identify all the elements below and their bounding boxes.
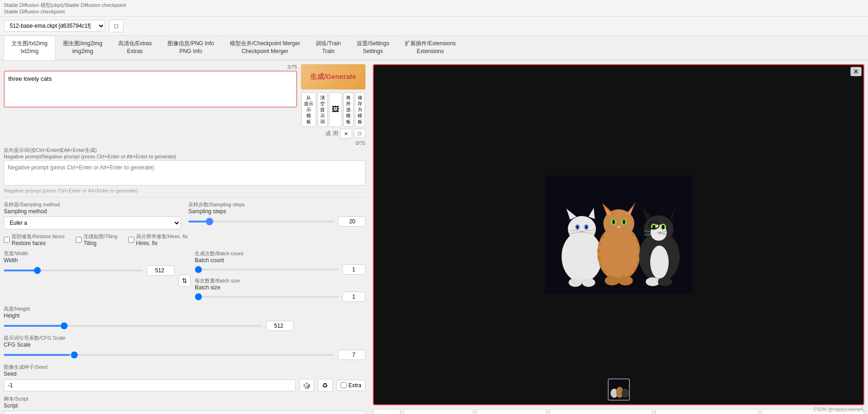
generate-button[interactable]: 生成/Generate xyxy=(301,64,365,90)
seed-input[interactable] xyxy=(4,379,296,391)
clear-prompt-label: 清空提示词 xyxy=(320,95,325,124)
batch-count-input[interactable] xyxy=(342,264,365,275)
height-input[interactable] xyxy=(266,321,293,331)
close-output-button[interactable]: ✕ xyxy=(850,67,862,76)
tabs-row: 文生图/txt2img txt2img 图生图/img2img img2img … xyxy=(0,36,868,60)
height-batch-section: 生成次数/Batch count Batch count 每次数量/Batch … xyxy=(195,250,365,302)
batch-count-slider-row xyxy=(195,264,365,275)
folder-button[interactable]: 📁 xyxy=(373,409,401,414)
svg-point-43 xyxy=(661,225,664,229)
cfg-label-cn: 提示词引导系数/CFG Scale xyxy=(4,335,365,342)
clear-prompt-button[interactable]: 清空提示词 xyxy=(317,92,328,127)
tab-pnginfo[interactable]: 图像信息/PNG Info PNG Info xyxy=(160,36,222,60)
styles-button[interactable]: 🖼 xyxy=(329,92,342,127)
seed-label-cn: 图像生成种子/Seed xyxy=(4,364,365,371)
sampling-method-select[interactable]: Euler a xyxy=(4,216,181,229)
top-bar: Stable Diffusion 模型(ckpt)/Stable Diffusi… xyxy=(0,0,868,17)
negative-label-cn: 反向提示词(按Ctrl+Enter或Alt+Enter生成) xyxy=(4,147,365,154)
model-select[interactable]: 512-base-ema.ckpt [d635794c1f] xyxy=(4,20,105,32)
send-img2img-button[interactable]: >> 图生图/Send to img2img Send to img2img xyxy=(550,409,652,414)
extra-label: Extra xyxy=(348,382,361,389)
hires-fix-checkbox[interactable] xyxy=(128,237,134,243)
divider-1 xyxy=(4,197,365,198)
swap-dimensions-button[interactable]: ⇅ xyxy=(179,275,191,287)
svg-point-26 xyxy=(623,220,625,224)
sampling-steps-input[interactable] xyxy=(338,216,365,227)
width-section: 宽度/Width Width xyxy=(4,250,174,302)
svg-point-15 xyxy=(582,278,595,287)
negative-prompt-input[interactable] xyxy=(4,160,365,186)
styles-icon: 🖼 xyxy=(332,105,339,113)
action-buttons: 从提示示模板 清空提示词 🖼 将所选模板 储存为模板 xyxy=(301,92,365,127)
cfg-label-en: CFG Scale xyxy=(4,342,365,348)
hires-fix-item: 高分辨率修复/Hires. fix Hires. fix xyxy=(128,233,188,246)
batch-size-slider[interactable] xyxy=(195,296,339,298)
batch-count-slider[interactable] xyxy=(195,269,339,270)
tab-img2img[interactable]: 图生图/img2img img2img xyxy=(55,36,110,60)
tab-pnginfo-label-en: PNG Info xyxy=(168,48,214,55)
restore-faces-checkbox[interactable] xyxy=(4,237,10,243)
batch-size-input[interactable] xyxy=(342,292,365,302)
seed-recycle-button[interactable]: ♻ xyxy=(318,379,333,392)
cfg-section: 提示词引导系数/CFG Scale CFG Scale xyxy=(4,335,365,360)
tab-txt2img[interactable]: 文生图/txt2img txt2img xyxy=(4,36,55,60)
tab-merger-label-cn: 模型合并/Checkpoint Merger xyxy=(230,40,300,48)
cfg-slider-row xyxy=(4,350,365,360)
height-label-cn: 高度/Height xyxy=(4,306,365,312)
width-label-cn: 宽度/Width xyxy=(4,250,174,257)
x-button[interactable]: × xyxy=(340,129,352,138)
batch-size-slider-row xyxy=(195,292,365,302)
model-refresh-button[interactable]: □ xyxy=(109,19,124,32)
tab-settings[interactable]: 设置/Settings Settings xyxy=(349,36,397,60)
hires-fix-en: Hires. fix xyxy=(136,240,188,246)
script-select[interactable]: 元/None None xyxy=(4,411,365,414)
tab-merger[interactable]: 模型合并/Checkpoint Merger Checkpoint Merger xyxy=(222,36,308,60)
height-slider[interactable] xyxy=(4,325,262,327)
main-content: 3/75 生成/Generate 从提示示模板 清空提示词 🖼 xyxy=(0,60,868,414)
sampling-row: 采样器/Sampling method Sampling method Eule… xyxy=(4,201,365,229)
batch-size-section: 每次数量/Batch size Batch size xyxy=(195,277,365,302)
cfg-input[interactable] xyxy=(338,350,365,360)
tiling-label[interactable]: 无缝贴图/Tiling Tiling xyxy=(76,233,117,246)
save-as-template-button[interactable]: 储存为模板 xyxy=(355,92,365,127)
thumbnail-0[interactable] xyxy=(608,378,630,401)
from-template-label: 从提示示模板 xyxy=(304,95,313,124)
save-template-button[interactable]: 将所选模板 xyxy=(343,92,353,127)
zip-button[interactable]: Zip xyxy=(476,409,546,414)
width-input[interactable] xyxy=(147,265,174,276)
hires-fix-label[interactable]: 高分辨率修复/Hires. fix Hires. fix xyxy=(128,233,188,246)
tiling-en: Tiling xyxy=(84,240,117,246)
close-button[interactable]: □ xyxy=(354,129,365,138)
sampling-steps-label-en: Sampling steps xyxy=(188,208,365,215)
width-slider[interactable] xyxy=(4,270,143,271)
tab-train[interactable]: 训练/Train Train xyxy=(308,36,348,60)
restore-faces-item: 面部修复/Restore faces Restore faces xyxy=(4,233,65,246)
cfg-slider[interactable] xyxy=(4,354,334,356)
positive-prompt-input[interactable] xyxy=(4,71,297,108)
steps-slider-row xyxy=(188,216,365,227)
svg-point-25 xyxy=(612,220,615,224)
tab-extensions[interactable]: 扩展插件/Extensions Extensions xyxy=(397,36,463,60)
seed-dice-button[interactable]: 🎲 xyxy=(299,379,314,392)
restore-faces-label[interactable]: 面部修复/Restore faces Restore faces xyxy=(4,233,65,246)
prompt-area: 3/75 生成/Generate 从提示示模板 清空提示词 🖼 xyxy=(4,64,365,127)
sampling-steps-slider[interactable] xyxy=(188,221,334,222)
tab-extras-label-cn: 高清化/Extras xyxy=(118,40,152,48)
save-template-label: 将所选模板 xyxy=(346,95,351,124)
generate-label-cn: 生成/Generate xyxy=(310,72,356,80)
from-template-button[interactable]: 从提示示模板 xyxy=(301,92,316,127)
restore-faces-en: Restore faces xyxy=(12,240,65,246)
seed-label-en: Seed xyxy=(4,371,365,377)
tab-extras[interactable]: 高清化/Extras Extras xyxy=(110,36,160,60)
svg-point-35 xyxy=(650,246,669,279)
tab-extras-label-en: Extras xyxy=(118,48,152,55)
tiling-item: 无缝贴图/Tiling Tiling xyxy=(76,233,117,246)
app-title-en: Stable Diffusion checkpoint xyxy=(4,9,864,14)
width-label-en: Width xyxy=(4,257,174,264)
extra-button[interactable]: Extra xyxy=(336,380,365,391)
extra-checkbox[interactable] xyxy=(341,382,347,388)
tiling-checkbox[interactable] xyxy=(76,237,82,243)
save-button[interactable]: 保存/Save Save xyxy=(403,409,473,414)
send-inpaint-button[interactable]: >> 局部绘制/Send to inpaint Send to inpaint xyxy=(655,409,758,414)
seed-section: 图像生成种子/Seed Seed 🎲 ♻ Extra xyxy=(4,364,365,392)
